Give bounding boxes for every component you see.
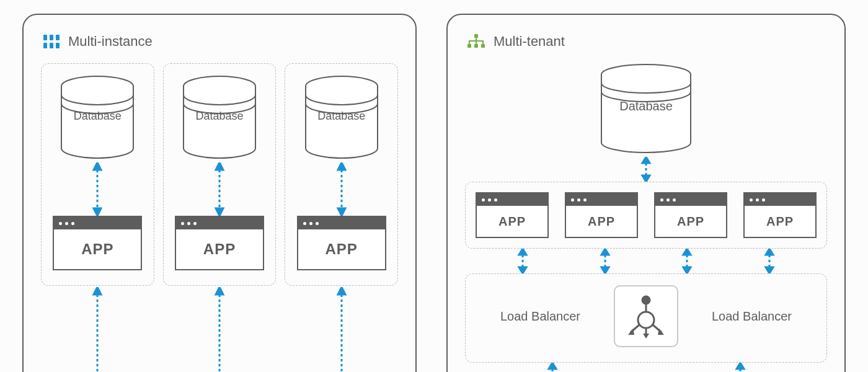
svg-marker-8 <box>94 162 101 170</box>
panel-title-text: Multi-tenant <box>494 33 565 50</box>
bidirectional-arrow-icon <box>599 249 611 273</box>
instance-cell: Database APP <box>41 63 154 286</box>
app-label: APP <box>54 229 141 269</box>
bidirectional-arrow-icon <box>763 249 776 273</box>
app-label: APP <box>477 206 547 237</box>
svg-marker-13 <box>216 208 223 216</box>
svg-marker-17 <box>338 208 345 216</box>
bidirectional-arrow-icon <box>213 287 226 372</box>
svg-marker-9 <box>94 208 101 216</box>
app-label: APP <box>566 206 637 237</box>
svg-rect-26 <box>474 44 478 48</box>
svg-rect-25 <box>467 44 471 48</box>
load-balancer-group: Load Balancer <box>465 273 827 363</box>
panel-title-text: Multi-instance <box>68 33 153 50</box>
svg-point-46 <box>638 312 654 328</box>
database-label: Database <box>195 110 243 123</box>
database-icon: Database <box>301 75 382 162</box>
app-label: APP <box>176 229 263 269</box>
svg-marker-19 <box>94 287 101 294</box>
svg-rect-5 <box>56 43 60 48</box>
bidirectional-arrow-icon <box>91 162 104 216</box>
bidirectional-arrow-icon <box>335 287 348 372</box>
svg-marker-51 <box>643 334 649 339</box>
svg-marker-23 <box>338 287 345 294</box>
app-window-icon: APP <box>743 192 817 238</box>
database-label: Database <box>619 99 673 113</box>
instance-cell: Database APP <box>285 63 398 286</box>
svg-marker-54 <box>549 363 556 369</box>
svg-marker-34 <box>519 267 526 273</box>
svg-rect-1 <box>50 35 53 40</box>
svg-marker-36 <box>601 249 609 255</box>
bidirectional-arrow-icon <box>91 287 104 372</box>
app-label: APP <box>655 206 726 237</box>
app-window-icon: APP <box>297 216 386 270</box>
bidirectional-arrow-icon <box>213 162 226 216</box>
svg-marker-33 <box>519 249 526 255</box>
app-label: APP <box>745 206 815 237</box>
svg-rect-27 <box>481 44 485 48</box>
svg-marker-40 <box>683 267 691 273</box>
instance-row: Database APP <box>41 63 398 286</box>
diagram-canvas: Multi-instance Database <box>0 0 868 372</box>
svg-marker-43 <box>766 267 773 273</box>
svg-marker-30 <box>642 157 650 163</box>
app-group: APP APP APP APP <box>465 182 827 249</box>
svg-marker-37 <box>601 267 609 273</box>
panel-multi-tenant: Multi-tenant Database <box>446 14 846 372</box>
hierarchy-icon <box>467 34 485 49</box>
app-window-icon: APP <box>654 192 727 238</box>
instance-cell: Database APP <box>163 63 277 286</box>
app-to-lb-arrows <box>465 249 827 273</box>
bidirectional-arrow-icon <box>640 157 652 182</box>
svg-rect-4 <box>50 43 53 48</box>
database-icon: Database <box>606 63 686 157</box>
svg-marker-42 <box>766 249 773 255</box>
bidirectional-arrow-icon <box>734 363 746 372</box>
grid-icon <box>43 35 60 48</box>
database-label: Database <box>317 110 365 123</box>
panel-multi-instance: Multi-instance Database <box>22 14 417 372</box>
svg-marker-39 <box>683 249 691 255</box>
svg-marker-56 <box>737 363 744 369</box>
database-icon: Database <box>179 75 260 162</box>
svg-point-44 <box>642 296 650 304</box>
app-window-icon: APP <box>175 216 264 270</box>
lb-tail-arrows <box>465 363 827 372</box>
svg-marker-21 <box>216 287 223 294</box>
bidirectional-arrow-icon <box>335 162 348 216</box>
instance-tail-arrows <box>41 287 398 372</box>
app-window-icon: APP <box>476 192 549 238</box>
svg-marker-16 <box>338 162 345 170</box>
load-balancer-label: Load Balancer <box>476 309 605 324</box>
app-label: APP <box>298 229 385 269</box>
svg-rect-24 <box>474 34 478 38</box>
app-window-icon: APP <box>53 216 142 270</box>
load-balancer-label: Load Balancer <box>687 309 817 324</box>
panel-title-multi-instance: Multi-instance <box>41 33 398 50</box>
svg-marker-12 <box>216 162 223 170</box>
database-label: Database <box>74 110 122 123</box>
svg-rect-3 <box>43 43 47 48</box>
svg-marker-31 <box>642 175 650 182</box>
bidirectional-arrow-icon <box>681 249 693 273</box>
load-balancer-icon <box>614 285 678 347</box>
database-icon: Database <box>57 75 138 162</box>
bidirectional-arrow-icon <box>516 249 529 273</box>
svg-rect-0 <box>43 35 47 40</box>
app-window-icon: APP <box>565 192 638 238</box>
panel-title-multi-tenant: Multi-tenant <box>465 33 827 50</box>
bidirectional-arrow-icon <box>546 363 559 372</box>
svg-rect-2 <box>56 35 60 40</box>
